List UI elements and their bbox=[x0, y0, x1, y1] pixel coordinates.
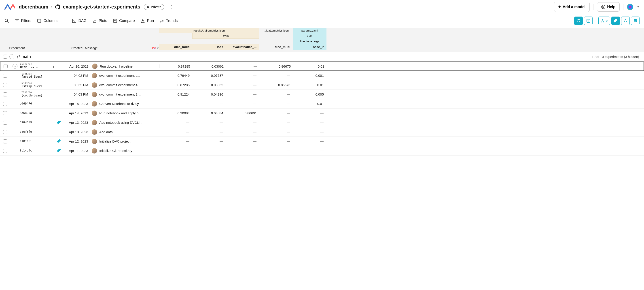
branch-checkbox[interactable] bbox=[3, 55, 7, 59]
row-checkbox[interactable] bbox=[3, 83, 7, 87]
dag-button[interactable]: DAG bbox=[72, 19, 86, 23]
branch-name[interactable]: main bbox=[16, 54, 31, 59]
row-checkbox[interactable] bbox=[3, 111, 7, 115]
user-avatar[interactable] bbox=[627, 4, 633, 10]
table-row[interactable]: 653a224[strip-suer]⋮03:52 PMdvc: commit … bbox=[0, 80, 644, 90]
author-avatar[interactable] bbox=[92, 92, 97, 97]
col-created[interactable]: Created↓ bbox=[71, 46, 85, 50]
col-dice-multi-2[interactable]: dice_multi bbox=[260, 44, 293, 50]
col-sub-ftargs[interactable]: fine_tune_args bbox=[293, 39, 326, 44]
branch-kebab[interactable]: ⋮ bbox=[33, 55, 37, 59]
table-row[interactable]: b069476⋮Apr 15, 2023Convert Notebook to … bbox=[0, 99, 644, 109]
author-avatar[interactable] bbox=[92, 101, 97, 107]
filters-button[interactable]: Filters bbox=[15, 19, 31, 23]
row-checkbox[interactable] bbox=[3, 92, 7, 96]
help-label: Help bbox=[607, 5, 616, 9]
run-button[interactable]: Run bbox=[141, 19, 154, 23]
col-dice-multi[interactable]: dice_multi bbox=[159, 44, 192, 50]
col-group-train[interactable]: results/train/metrics.json bbox=[159, 28, 260, 33]
row-checkbox[interactable] bbox=[3, 121, 7, 125]
author-avatar[interactable] bbox=[92, 148, 97, 153]
row-checkbox[interactable] bbox=[3, 130, 7, 134]
breadcrumb-repo[interactable]: example-get-started-experiments bbox=[63, 4, 140, 10]
col-sub-train[interactable]: train bbox=[192, 33, 260, 39]
delta-button[interactable] bbox=[621, 17, 630, 25]
repo-menu-kebab[interactable]: ⋮ bbox=[168, 3, 176, 11]
help-button[interactable]: Help bbox=[597, 2, 620, 12]
row-date: Apr 14, 2023 bbox=[65, 111, 90, 115]
row-kebab[interactable]: ⋮ bbox=[50, 64, 57, 69]
row-kebab[interactable]: ⋮ bbox=[50, 139, 56, 143]
row-kebab[interactable]: ⋮ bbox=[50, 92, 56, 96]
row-checkbox[interactable] bbox=[3, 139, 7, 143]
col-base-lr[interactable]: base_lr bbox=[293, 44, 326, 50]
table-row[interactable]: 0a6895a⋮Apr 14, 2023Run notebook and app… bbox=[0, 109, 644, 118]
author-avatar[interactable] bbox=[92, 64, 98, 69]
export-csv-button[interactable]: CSV bbox=[631, 17, 640, 25]
table-row[interactable]: fc14b9c⋮Apr 11, 2023Initialize Git repos… bbox=[0, 146, 644, 156]
refresh-button[interactable] bbox=[574, 17, 583, 25]
row-kebab[interactable]: ⋮ bbox=[50, 83, 56, 87]
row-checkbox[interactable] bbox=[3, 149, 7, 153]
action-group-2: 0 CSV bbox=[598, 17, 640, 25]
table-row[interactable]: ⌄BASELINEHEAD, main⋮Apr 16, 2023Run dvc.… bbox=[0, 62, 644, 71]
experiment-id[interactable]: fc14b9c bbox=[20, 149, 49, 152]
experiment-id[interactable]: 7352f80[couth-bean] bbox=[20, 91, 49, 97]
table-row[interactable]: 7352f80[couth-bean]⋮04:03 PMdvc: commit … bbox=[0, 90, 644, 99]
col-group-params[interactable]: params.yaml bbox=[293, 28, 326, 33]
experiment-id[interactable]: BASELINEHEAD, main bbox=[20, 63, 49, 69]
experiment-id[interactable]: e181e61 bbox=[20, 140, 49, 143]
experiment-id[interactable]: b069476 bbox=[20, 102, 49, 105]
col-experiment[interactable]: Experiment bbox=[9, 46, 45, 50]
row-kebab[interactable]: ⋮ bbox=[50, 120, 56, 125]
row-checkbox[interactable] bbox=[3, 102, 7, 106]
svg-point-16 bbox=[19, 56, 20, 56]
columns-button[interactable]: Columns bbox=[37, 19, 58, 23]
experiment-id[interactable]: c7e53c8[arced-ibex] bbox=[20, 73, 49, 78]
experiment-id[interactable]: e46f5fe bbox=[20, 130, 49, 134]
table-row[interactable]: e181e61⋮Apr 12, 2023Initialize DVC proje… bbox=[0, 137, 644, 146]
col-message[interactable]: Message bbox=[85, 46, 141, 50]
chevron-down-icon[interactable]: ▼ bbox=[637, 5, 640, 9]
add-model-button[interactable]: + Add a model bbox=[554, 2, 590, 12]
row-kebab[interactable]: ⋮ bbox=[50, 73, 56, 78]
row-kebab[interactable]: ⋮ bbox=[50, 130, 56, 134]
experiment-id[interactable]: 598d0f9 bbox=[20, 121, 49, 124]
col-group-eval[interactable]: ...luate/metrics.json bbox=[260, 28, 293, 33]
studio-button[interactable] bbox=[611, 17, 620, 25]
row-kebab[interactable]: ⋮ bbox=[50, 111, 56, 115]
col-sub-train2[interactable]: train bbox=[293, 33, 326, 39]
author-avatar[interactable] bbox=[92, 111, 97, 116]
author-avatar[interactable] bbox=[92, 139, 97, 144]
search-icon[interactable] bbox=[4, 19, 9, 23]
breadcrumb-user[interactable]: dberenbaum bbox=[19, 4, 48, 10]
metric-cell: — bbox=[159, 149, 192, 153]
row-checkbox[interactable] bbox=[3, 74, 7, 78]
author-avatar[interactable] bbox=[92, 120, 97, 125]
compare-button[interactable]: Compare bbox=[113, 19, 135, 23]
plots-button[interactable]: Plots bbox=[92, 19, 107, 23]
col-loss[interactable]: loss bbox=[192, 44, 226, 50]
row-checkbox[interactable] bbox=[4, 64, 8, 68]
trends-button[interactable]: Trends bbox=[160, 19, 178, 23]
author-avatar[interactable] bbox=[92, 129, 97, 135]
table-row[interactable]: 598d0f9⋮Apr 13, 2023Add notebook using D… bbox=[0, 118, 644, 127]
author-avatar[interactable] bbox=[92, 73, 97, 78]
row-expander[interactable]: ⌄ bbox=[12, 64, 18, 69]
lock-icon bbox=[147, 6, 149, 8]
author-avatar[interactable] bbox=[92, 82, 97, 88]
row-date: Apr 13, 2023 bbox=[65, 121, 90, 124]
row-kebab[interactable]: ⋮ bbox=[50, 149, 56, 153]
table-row[interactable]: e46f5fe⋮Apr 13, 2023Add data————— bbox=[0, 127, 644, 137]
selected-count[interactable]: 0 bbox=[598, 17, 610, 25]
row-kebab[interactable]: ⋮ bbox=[50, 102, 56, 106]
columns-icon bbox=[37, 19, 42, 23]
metric-cell: 0.01 bbox=[293, 102, 326, 106]
col-eval-dice[interactable]: evaluate/dice_... bbox=[226, 44, 260, 50]
experiment-id[interactable]: 0a6895a bbox=[20, 111, 49, 115]
svg-point-14 bbox=[17, 55, 18, 56]
branch-expander[interactable]: ⌄ bbox=[10, 54, 14, 59]
experiment-id[interactable]: 653a224[strip-suer] bbox=[20, 82, 49, 88]
table-row[interactable]: c7e53c8[arced-ibex]⋮04:02 PMdvc: commit … bbox=[0, 71, 644, 80]
select-all-button[interactable] bbox=[584, 17, 592, 25]
